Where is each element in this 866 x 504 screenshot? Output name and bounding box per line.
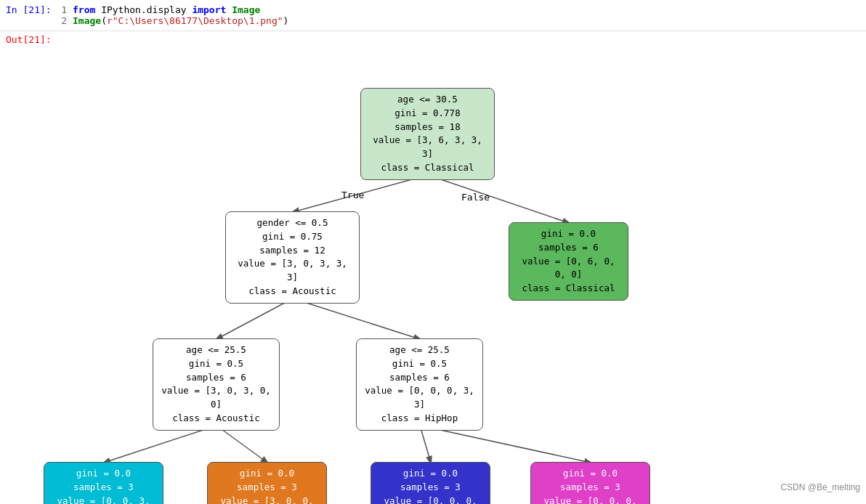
node-ll-line1: age <= 25.5 bbox=[161, 344, 272, 357]
node-rightmid-line4: class = Classical bbox=[517, 282, 620, 296]
tree-visualization: True False age <= 30.5 gini = 0.778 samp… bbox=[0, 48, 866, 498]
node-ll-line5: class = Acoustic bbox=[161, 412, 272, 426]
node-lrl-line3: value = [0, 0, 0, 3, 0] bbox=[379, 495, 482, 505]
path-string: r"C:\Users\86177\Desktop\1.png" bbox=[107, 15, 283, 26]
in-label: In [21]: bbox=[0, 3, 58, 28]
node-lrr: gini = 0.0 samples = 3 value = [0, 0, 0,… bbox=[530, 462, 650, 504]
node-rightmid-line3: value = [0, 6, 0, 0, 0] bbox=[517, 255, 620, 283]
paren-open: ( bbox=[101, 15, 107, 26]
node-lll: gini = 0.0 samples = 3 value = [0, 0, 3,… bbox=[44, 462, 163, 504]
code-line-2: 2 Image(r"C:\Users\86177\Desktop\1.png") bbox=[58, 15, 866, 26]
node-ll-line4: value = [3, 0, 3, 0, 0] bbox=[161, 384, 272, 412]
node-lr-line3: samples = 6 bbox=[364, 371, 475, 385]
paren-close: ) bbox=[283, 15, 289, 26]
node-root: age <= 30.5 gini = 0.778 samples = 18 va… bbox=[360, 88, 495, 180]
svg-line-7 bbox=[420, 426, 591, 463]
code-line-1: 1 from IPython.display import Image bbox=[58, 4, 866, 15]
node-llr-line2: samples = 3 bbox=[215, 481, 319, 495]
false-label: False bbox=[461, 192, 490, 203]
code-text-2: Image(r"C:\Users\86177\Desktop\1.png") bbox=[73, 15, 866, 26]
node-lrr-line2: samples = 3 bbox=[538, 481, 642, 495]
node-leftmid-line4: value = [3, 0, 3, 3, 3] bbox=[233, 257, 352, 285]
node-leftmid-line1: gender <= 0.5 bbox=[233, 216, 352, 230]
node-lrl: gini = 0.0 samples = 3 value = [0, 0, 0,… bbox=[371, 462, 490, 504]
line-num-1: 1 bbox=[58, 4, 73, 15]
node-left-mid: gender <= 0.5 gini = 0.75 samples = 12 v… bbox=[225, 211, 360, 304]
node-rightmid-line2: samples = 6 bbox=[517, 241, 620, 255]
node-leftmid-line5: class = Acoustic bbox=[233, 285, 352, 298]
kw2-image: Image bbox=[232, 4, 260, 15]
node-root-line4: value = [3, 6, 3, 3, 3] bbox=[368, 134, 487, 161]
node-lll-line2: samples = 3 bbox=[52, 481, 155, 495]
svg-line-2 bbox=[216, 298, 293, 339]
node-lr-line2: gini = 0.5 bbox=[364, 357, 475, 371]
fn-image: Image bbox=[73, 15, 101, 26]
output-cell-label-area: Out[21]: bbox=[0, 31, 866, 48]
node-llr-line3: value = [3, 0, 0, 0, 0] bbox=[215, 495, 319, 505]
node-lr-line1: age <= 25.5 bbox=[364, 344, 475, 357]
true-label: True bbox=[341, 190, 364, 200]
node-root-line3: samples = 18 bbox=[368, 121, 487, 134]
input-cell: In [21]: 1 from IPython.display import I… bbox=[0, 0, 866, 31]
node-lll-line3: value = [0, 0, 3, 0, 0] bbox=[52, 495, 155, 505]
svg-line-4 bbox=[104, 426, 216, 463]
node-ll: age <= 25.5 gini = 0.5 samples = 6 value… bbox=[153, 338, 280, 431]
node-lr-line4: value = [0, 0, 0, 3, 3] bbox=[364, 384, 475, 412]
node-rightmid-line1: gini = 0.0 bbox=[517, 227, 620, 241]
node-root-line5: class = Classical bbox=[368, 161, 487, 175]
node-llr-line1: gini = 0.0 bbox=[215, 467, 319, 481]
node-leftmid-line3: samples = 12 bbox=[233, 244, 352, 258]
out-label: Out[21]: bbox=[0, 33, 58, 46]
kw-import: import bbox=[192, 4, 226, 15]
node-right-mid: gini = 0.0 samples = 6 value = [0, 6, 0,… bbox=[509, 222, 628, 301]
svg-line-3 bbox=[293, 298, 420, 339]
node-lr-line5: class = HipHop bbox=[364, 412, 475, 426]
code-text-1: from IPython.display import Image bbox=[73, 4, 866, 15]
node-lrl-line1: gini = 0.0 bbox=[379, 467, 482, 481]
node-leftmid-line2: gini = 0.75 bbox=[233, 230, 352, 244]
node-lrl-line2: samples = 3 bbox=[379, 481, 482, 495]
node-lrr-line1: gini = 0.0 bbox=[538, 467, 642, 481]
line-num-2: 2 bbox=[58, 15, 73, 26]
node-ll-line2: gini = 0.5 bbox=[161, 357, 272, 371]
module-name: IPython.display bbox=[101, 4, 192, 15]
kw-from: from bbox=[73, 4, 95, 15]
watermark: CSDN @Be_melting bbox=[780, 482, 860, 492]
code-lines: 1 from IPython.display import Image 2 Im… bbox=[58, 3, 866, 28]
node-lll-line1: gini = 0.0 bbox=[52, 467, 155, 481]
node-lr: age <= 25.5 gini = 0.5 samples = 6 value… bbox=[356, 338, 483, 431]
node-lrr-line3: value = [0, 0, 0, 0, 3] bbox=[538, 495, 642, 505]
svg-line-1 bbox=[428, 175, 569, 223]
svg-line-6 bbox=[420, 426, 431, 463]
node-root-line2: gini = 0.778 bbox=[368, 107, 487, 121]
svg-line-5 bbox=[216, 426, 267, 463]
node-root-line1: age <= 30.5 bbox=[368, 93, 487, 107]
node-llr: gini = 0.0 samples = 3 value = [3, 0, 0,… bbox=[207, 462, 327, 504]
node-ll-line3: samples = 6 bbox=[161, 371, 272, 385]
